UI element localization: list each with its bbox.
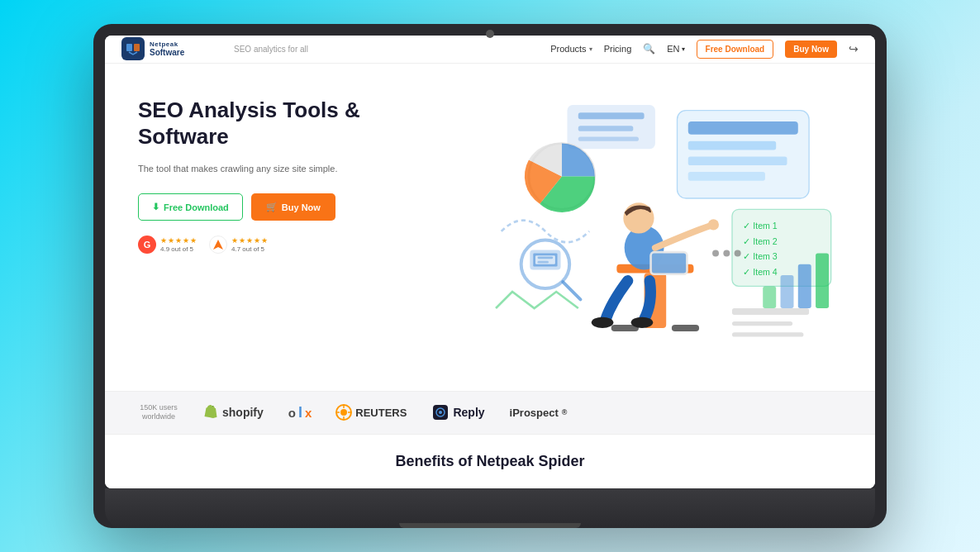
svg-rect-14 xyxy=(816,253,829,307)
buy-now-hero-button[interactable]: 🛒 Buy Now xyxy=(251,193,335,221)
svg-point-38 xyxy=(631,316,654,327)
shopify-logo: shopify xyxy=(204,405,264,420)
reply-text: Reply xyxy=(453,406,484,419)
nav-links: Products ▾ Pricing 🔍 EN ▾ Free Download … xyxy=(550,40,859,59)
laptop-screen: Netpeak Software SEO analytics for all P… xyxy=(105,36,875,488)
user-icon[interactable]: ↪ xyxy=(849,42,859,55)
svg-rect-36 xyxy=(652,253,686,273)
user-count: 150K users worldwide xyxy=(138,403,179,422)
hero-title: SEO Analysis Tools & Software xyxy=(138,97,386,150)
svg-text:✓ Item 2: ✓ Item 2 xyxy=(743,236,778,246)
hero-subtitle: The tool that makes crawling any size si… xyxy=(138,162,386,176)
svg-point-40 xyxy=(712,250,719,256)
svg-text:✓ Item 4: ✓ Item 4 xyxy=(743,267,778,277)
capterra-logo xyxy=(209,236,227,254)
logo-icon xyxy=(121,37,145,60)
svg-rect-28 xyxy=(538,261,549,264)
svg-rect-5 xyxy=(688,141,776,150)
nav-products[interactable]: Products ▾ xyxy=(550,44,592,54)
svg-rect-0 xyxy=(126,44,132,51)
svg-rect-19 xyxy=(578,126,633,131)
svg-point-39 xyxy=(708,219,719,230)
benefits-section: Benefits of Netpeak Spider xyxy=(105,434,875,488)
language-selector[interactable]: EN ▾ xyxy=(667,44,684,54)
svg-rect-18 xyxy=(578,112,645,119)
brand-logo[interactable]: Netpeak Software xyxy=(121,37,221,60)
laptop-base xyxy=(105,488,875,528)
hero-left: SEO Analysis Tools & Software The tool t… xyxy=(138,88,386,374)
free-download-nav-button[interactable]: Free Download xyxy=(697,40,774,59)
nav-tagline: SEO analytics for all xyxy=(234,45,537,54)
search-icon[interactable]: 🔍 xyxy=(643,43,655,55)
svg-rect-43 xyxy=(732,308,809,315)
hero-buttons: ⬇ Free Download 🛒 Buy Now xyxy=(138,193,386,221)
buy-now-nav-button[interactable]: Buy Now xyxy=(785,40,837,58)
brand-text: Netpeak Software xyxy=(150,41,184,58)
hero-svg: ✓ Item 1 ✓ Item 2 ✓ Item 3 ✓ Item 4 xyxy=(402,88,842,374)
g2-score: 4.9 out of 5 xyxy=(160,245,197,254)
logos-band: 150K users worldwide shopify olx xyxy=(105,391,875,434)
capterra-rating: ★★★★★ 4.7 out of 5 xyxy=(209,236,269,254)
g2-rating: G ★★★★★ 4.9 out of 5 xyxy=(138,236,197,254)
laptop-notch xyxy=(486,30,494,38)
laptop-container: Netpeak Software SEO analytics for all P… xyxy=(93,24,887,528)
svg-point-54 xyxy=(439,411,442,414)
hero-illustration: ✓ Item 1 ✓ Item 2 ✓ Item 3 ✓ Item 4 xyxy=(402,88,842,374)
svg-marker-2 xyxy=(213,240,223,250)
svg-point-37 xyxy=(592,316,614,327)
svg-point-47 xyxy=(340,409,347,416)
svg-point-41 xyxy=(723,250,730,256)
navbar: Netpeak Software SEO analytics for all P… xyxy=(105,36,875,64)
svg-text:✓ Item 1: ✓ Item 1 xyxy=(743,221,778,231)
svg-text:✓ Item 3: ✓ Item 3 xyxy=(743,251,778,261)
svg-rect-27 xyxy=(538,256,554,259)
svg-rect-20 xyxy=(578,136,639,140)
svg-rect-32 xyxy=(672,325,699,331)
reply-logo: Reply xyxy=(431,403,484,421)
svg-line-23 xyxy=(563,282,580,299)
free-download-hero-button[interactable]: ⬇ Free Download xyxy=(138,193,243,221)
g2-stars: ★★★★★ xyxy=(160,236,197,245)
benefits-title: Benefits of Netpeak Spider xyxy=(138,453,842,470)
capterra-stars: ★★★★★ xyxy=(231,236,269,245)
g2-logo: G xyxy=(138,236,156,254)
hero-ratings: G ★★★★★ 4.9 out of 5 ★★★ xyxy=(138,236,386,254)
svg-point-42 xyxy=(735,250,741,256)
iprospect-logo: iProspect ® xyxy=(510,407,568,419)
svg-rect-45 xyxy=(732,332,803,336)
svg-rect-4 xyxy=(688,121,798,135)
hero-section: SEO Analysis Tools & Software The tool t… xyxy=(105,64,875,391)
svg-rect-13 xyxy=(798,264,811,308)
svg-rect-15 xyxy=(781,275,794,308)
nav-pricing[interactable]: Pricing xyxy=(604,44,632,54)
svg-rect-44 xyxy=(732,321,792,326)
olx-logo: olx xyxy=(288,404,312,421)
capterra-score: 4.7 out of 5 xyxy=(231,245,269,254)
brand-bottom: Software xyxy=(150,48,184,57)
reuters-logo: REUTERS xyxy=(335,404,407,421)
svg-rect-7 xyxy=(688,172,765,181)
svg-rect-1 xyxy=(134,44,140,51)
svg-rect-6 xyxy=(688,156,787,165)
svg-rect-16 xyxy=(763,286,776,308)
brand-top: Netpeak xyxy=(150,41,184,49)
